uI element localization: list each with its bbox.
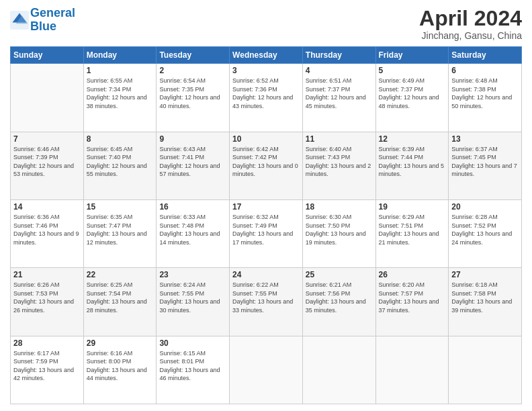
calendar-day-5: 5Sunrise: 6:49 AMSunset: 7:37 PMDaylight…: [375, 64, 449, 132]
day-info: Sunrise: 6:43 AMSunset: 7:41 PMDaylight:…: [159, 145, 226, 179]
day-info-line: Sunset: 8:00 PM: [87, 357, 154, 366]
day-info-line: Sunrise: 6:37 AM: [451, 145, 519, 154]
header: General Blue April 2024 Jinchang, Gansu,…: [10, 7, 522, 41]
day-info-line: Sunset: 7:58 PM: [451, 289, 519, 298]
calendar-day-30: 30Sunrise: 6:15 AMSunset: 8:01 PMDayligh…: [157, 336, 230, 404]
day-info-line: Sunset: 7:48 PM: [159, 222, 226, 230]
day-info-line: Daylight: 12 hours and 57 minutes.: [159, 162, 226, 179]
day-info: Sunrise: 6:37 AMSunset: 7:45 PMDaylight:…: [451, 145, 519, 179]
calendar-header-row: SundayMondayTuesdayWednesdayThursdayFrid…: [11, 47, 522, 64]
day-info: Sunrise: 6:17 AMSunset: 7:59 PMDaylight:…: [13, 349, 81, 383]
day-info-line: Sunrise: 6:20 AM: [379, 281, 446, 289]
day-info: Sunrise: 6:51 AMSunset: 7:37 PMDaylight:…: [306, 77, 373, 110]
day-number: 27: [451, 270, 519, 279]
calendar-day-13: 13Sunrise: 6:37 AMSunset: 7:45 PMDayligh…: [449, 132, 522, 199]
day-info-line: Sunset: 7:36 PM: [232, 85, 300, 94]
day-info: Sunrise: 6:32 AMSunset: 7:49 PMDaylight:…: [232, 213, 300, 246]
day-info-line: Sunrise: 6:54 AM: [159, 77, 226, 85]
calendar-table: SundayMondayTuesdayWednesdayThursdayFrid…: [10, 46, 522, 404]
calendar-day-17: 17Sunrise: 6:32 AMSunset: 7:49 PMDayligh…: [230, 199, 303, 267]
day-info-line: Sunset: 7:37 PM: [379, 85, 446, 94]
day-info-line: Sunset: 7:34 PM: [87, 85, 154, 94]
day-info: Sunrise: 6:20 AMSunset: 7:57 PMDaylight:…: [379, 281, 446, 314]
location: Jinchang, Gansu, China: [419, 30, 522, 41]
day-info-line: Sunset: 7:51 PM: [379, 222, 446, 230]
day-info-line: Sunset: 7:47 PM: [87, 222, 154, 230]
day-info: Sunrise: 6:39 AMSunset: 7:44 PMDaylight:…: [379, 145, 446, 179]
calendar-empty: [302, 336, 375, 404]
day-number: 5: [379, 66, 446, 75]
day-info-line: Sunset: 7:44 PM: [379, 153, 446, 162]
day-info: Sunrise: 6:46 AMSunset: 7:39 PMDaylight:…: [13, 145, 81, 179]
day-info-line: Sunrise: 6:42 AM: [232, 145, 300, 154]
day-number: 18: [306, 202, 373, 212]
day-number: 10: [232, 134, 300, 144]
day-info-line: Sunrise: 6:55 AM: [87, 77, 154, 85]
day-number: 23: [159, 270, 226, 279]
page: General Blue April 2024 Jinchang, Gansu,…: [0, 0, 532, 411]
day-info-line: Daylight: 13 hours and 12 minutes.: [87, 230, 154, 246]
day-info-line: Daylight: 13 hours and 24 minutes.: [451, 230, 519, 246]
day-info-line: Sunset: 7:55 PM: [232, 289, 300, 298]
day-info-line: Sunrise: 6:26 AM: [13, 281, 81, 289]
day-info-line: Sunset: 7:41 PM: [159, 153, 226, 162]
day-info-line: Sunrise: 6:15 AM: [159, 349, 226, 358]
day-number: 7: [13, 134, 81, 144]
calendar-day-20: 20Sunrise: 6:28 AMSunset: 7:52 PMDayligh…: [449, 199, 522, 267]
day-info-line: Sunrise: 6:39 AM: [379, 145, 446, 154]
day-info-line: Sunset: 7:55 PM: [159, 289, 226, 298]
day-info-line: Sunrise: 6:49 AM: [379, 77, 446, 85]
title-block: April 2024 Jinchang, Gansu, China: [419, 7, 522, 41]
day-number: 6: [451, 66, 519, 75]
calendar-day-8: 8Sunrise: 6:45 AMSunset: 7:40 PMDaylight…: [83, 132, 157, 199]
day-info: Sunrise: 6:25 AMSunset: 7:54 PMDaylight:…: [87, 281, 154, 314]
calendar-day-29: 29Sunrise: 6:16 AMSunset: 8:00 PMDayligh…: [83, 336, 157, 404]
day-number: 9: [159, 134, 226, 144]
day-info: Sunrise: 6:18 AMSunset: 7:58 PMDaylight:…: [451, 281, 519, 314]
day-info: Sunrise: 6:42 AMSunset: 7:42 PMDaylight:…: [232, 145, 300, 179]
day-info: Sunrise: 6:35 AMSunset: 7:47 PMDaylight:…: [87, 213, 154, 246]
weekday-header-wednesday: Wednesday: [230, 47, 303, 64]
day-info: Sunrise: 6:28 AMSunset: 7:52 PMDaylight:…: [451, 213, 519, 246]
day-info-line: Sunrise: 6:40 AM: [306, 145, 373, 154]
day-info: Sunrise: 6:15 AMSunset: 8:01 PMDaylight:…: [159, 349, 226, 383]
calendar-week-row: 21Sunrise: 6:26 AMSunset: 7:53 PMDayligh…: [11, 268, 522, 336]
day-info: Sunrise: 6:16 AMSunset: 8:00 PMDaylight:…: [87, 349, 154, 383]
day-info: Sunrise: 6:55 AMSunset: 7:34 PMDaylight:…: [87, 77, 154, 110]
day-info-line: Daylight: 12 hours and 50 minutes.: [451, 93, 519, 110]
day-number: 29: [87, 338, 154, 348]
day-info-line: Sunset: 7:49 PM: [232, 222, 300, 230]
day-number: 20: [451, 202, 519, 212]
calendar-day-2: 2Sunrise: 6:54 AMSunset: 7:35 PMDaylight…: [157, 64, 230, 132]
day-info-line: Sunrise: 6:43 AM: [159, 145, 226, 154]
day-info: Sunrise: 6:49 AMSunset: 7:37 PMDaylight:…: [379, 77, 446, 110]
day-info-line: Sunrise: 6:45 AM: [87, 145, 154, 154]
day-info-line: Daylight: 13 hours and 5 minutes.: [379, 162, 446, 179]
calendar-day-9: 9Sunrise: 6:43 AMSunset: 7:41 PMDaylight…: [157, 132, 230, 199]
day-number: 26: [379, 270, 446, 279]
day-info-line: Daylight: 12 hours and 48 minutes.: [379, 93, 446, 110]
day-info-line: Sunset: 7:35 PM: [159, 85, 226, 94]
day-info-line: Daylight: 13 hours and 37 minutes.: [379, 298, 446, 314]
calendar-day-4: 4Sunrise: 6:51 AMSunset: 7:37 PMDaylight…: [302, 64, 375, 132]
day-info-line: Sunrise: 6:52 AM: [232, 77, 300, 85]
day-number: 21: [13, 270, 81, 279]
day-info-line: Sunrise: 6:22 AM: [232, 281, 300, 289]
day-info-line: Daylight: 13 hours and 33 minutes.: [232, 298, 300, 314]
day-info-line: Daylight: 13 hours and 44 minutes.: [87, 366, 154, 383]
day-info-line: Sunrise: 6:29 AM: [379, 213, 446, 222]
weekday-header-thursday: Thursday: [302, 47, 375, 64]
day-info-line: Daylight: 12 hours and 53 minutes.: [13, 162, 81, 179]
day-info: Sunrise: 6:48 AMSunset: 7:38 PMDaylight:…: [451, 77, 519, 110]
day-info-line: Daylight: 13 hours and 42 minutes.: [13, 366, 81, 383]
day-info: Sunrise: 6:24 AMSunset: 7:55 PMDaylight:…: [159, 281, 226, 314]
day-info-line: Sunset: 7:42 PM: [232, 153, 300, 162]
day-info: Sunrise: 6:45 AMSunset: 7:40 PMDaylight:…: [87, 145, 154, 179]
day-info-line: Daylight: 13 hours and 9 minutes.: [13, 230, 81, 246]
day-number: 15: [87, 202, 154, 212]
day-info-line: Daylight: 13 hours and 17 minutes.: [232, 230, 300, 246]
day-info: Sunrise: 6:22 AMSunset: 7:55 PMDaylight:…: [232, 281, 300, 314]
calendar-day-27: 27Sunrise: 6:18 AMSunset: 7:58 PMDayligh…: [449, 268, 522, 336]
logo-icon: [10, 11, 29, 30]
calendar-day-23: 23Sunrise: 6:24 AMSunset: 7:55 PMDayligh…: [157, 268, 230, 336]
